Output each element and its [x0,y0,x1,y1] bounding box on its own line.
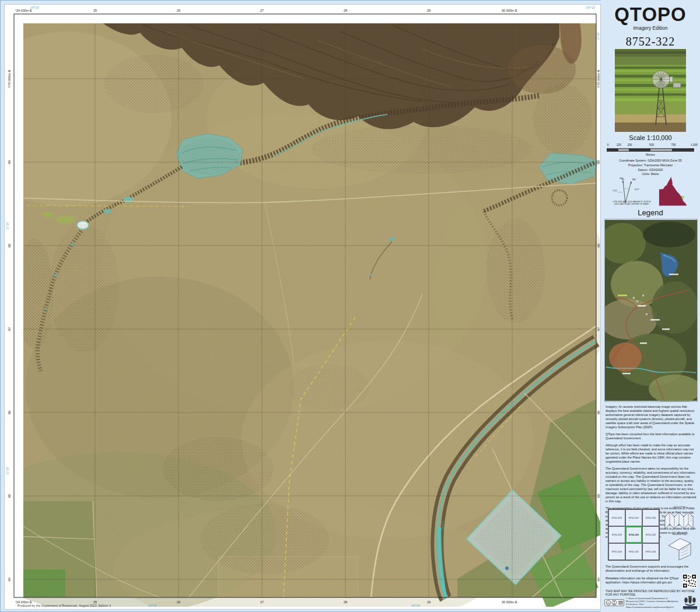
map-collar-panel: QTOPO Imagery Edition 8752-322 [601,0,700,612]
adjoining-sheet: 8751-414 [608,543,625,560]
svg-text:29: 29 [427,600,430,604]
copyright-text: © State of Queensland (Department of Res… [624,597,682,609]
scale-tick: 1,000 [691,144,698,146]
sheet-number: 8752-322 [601,35,700,48]
svg-text:29: 29 [427,9,430,12]
scale-tick: 125 [617,144,621,146]
coordinate-system-info: Coordinate System: GDA2020 MGA Zone 55 P… [601,159,700,177]
svg-text:147°16': 147°16' [148,604,157,607]
svg-text:65: 65 [597,494,600,498]
folding-guide: Vertical Folds Horizontal Folds [662,505,698,561]
note-paragraph: QTopo has been compiled from the best in… [606,432,696,440]
svg-text:28: 28 [344,9,347,12]
svg-text:27: 27 [260,9,264,12]
svg-text:GN: GN [620,177,623,180]
page-title: QTOPO [601,5,700,24]
aerial-imagery: Creek [5,14,600,609]
horizontal-folds-diagram [665,536,694,561]
declination-note: UTM GRID AND 2023 MAGNETIC NORTH DECLINA… [607,201,657,206]
edition-label: Imagery Edition [601,25,700,31]
dissemination-note: The Queensland Government supports and e… [606,565,696,573]
adjoining-sheet: 8752-234 [642,509,659,526]
qtopo-map-sheet-page: Creek 724 000m E [0,0,700,612]
svg-text:8°07': 8°07' [635,188,639,191]
panel-header: QTOPO Imagery Edition [601,5,700,31]
legend-heading: Legend [601,208,700,217]
svg-text:68: 68 [597,244,600,247]
svg-text:2°50': 2°50' [612,190,617,192]
adjoining-sheet: 8751-144 [642,543,659,560]
horizontal-folds-label: Horizontal Folds [662,533,698,536]
svg-text:Queensland Government: Queensland Government [682,607,698,608]
sheet-location-marker [682,196,684,198]
current-sheet-cell: 8752-322 [625,526,642,543]
adjoining-sheet: 8752-324 [608,509,625,526]
svg-text:65: 65 [8,494,11,498]
licence-row: cc © State of Queensland (Department of … [604,595,698,610]
vertical-folds-diagram [663,509,696,532]
svg-text:26: 26 [177,9,180,12]
svg-text:67: 67 [597,327,600,331]
queensland-locator-map [657,176,695,209]
svg-text:724 000m E: 724 000m E [15,9,32,12]
adjoining-sheet: 8752-233 [642,526,659,543]
svg-text:MN: MN [632,179,636,181]
scale-label: Scale 1:10,000 [601,134,700,141]
map-sheet: Creek 724 000m E [4,4,601,610]
qr-code [682,574,696,588]
adjoining-sheet: 8751-411 [625,543,642,560]
qld-coat-of-arms: Queensland Government [682,595,698,610]
vertical-folds-label: Vertical Folds [662,506,698,508]
svg-text:27: 27 [260,600,264,604]
svg-text:147°15': 147°15' [30,6,39,9]
note-paragraph: The Queensland Government takes no respo… [606,467,696,503]
svg-text:27°28': 27°28' [6,467,9,474]
cover-photo-windmill [615,49,686,132]
svg-text:67: 67 [8,327,11,331]
scale-unit: Metres [607,153,694,156]
scale-tick: 750 [671,144,676,146]
svg-text:26: 26 [177,600,180,604]
svg-text:64: 64 [8,578,11,581]
scale-tick: 0 [607,144,609,146]
svg-text:30 000m E: 30 000m E [502,9,517,12]
production-note: Produced by the Department of Resources,… [18,604,111,607]
svg-text:25: 25 [93,9,97,12]
svg-text:27°25': 27°25' [6,222,9,229]
svg-text:66: 66 [597,411,600,414]
adjoining-sheets-index: 8752-324 8752-321 8752-234 8752-323 8752… [608,509,660,561]
note-paragraph: Although effort has been made to make th… [606,443,696,464]
svg-text:30 000m E: 30 000m E [502,600,517,604]
svg-text:27°24': 27°24' [597,32,600,40]
map-canvas: Creek 724 000m E [5,5,600,609]
svg-text:6970 000m N: 6970 000m N [597,70,600,88]
metadata-note: Metadata information can be obtained via… [606,576,680,585]
creative-commons-logo: cc [604,599,624,606]
svg-text:66: 66 [8,411,11,414]
svg-text:69: 69 [8,160,11,164]
legend-sample-image [604,219,698,402]
scale-bar: 0 125 250 500 750 1,000 Metres [607,144,694,159]
svg-text:64: 64 [597,578,600,581]
scale-tick: 500 [649,144,654,146]
svg-text:147°19': 147°19' [586,6,595,9]
svg-text:cc: cc [607,601,611,604]
svg-text:68: 68 [8,244,11,247]
adjoining-sheet: 8752-323 [608,526,625,543]
svg-text:6970 000m N: 6970 000m N [8,70,11,88]
svg-text:28: 28 [344,600,347,604]
scale-tick: 250 [627,144,632,146]
adjoining-sheet: 8752-321 [625,509,642,526]
svg-text:147°18': 147°18' [411,604,420,607]
note-paragraph: Imagery: An access restricted basemap im… [606,405,696,429]
svg-text:69: 69 [597,160,600,164]
